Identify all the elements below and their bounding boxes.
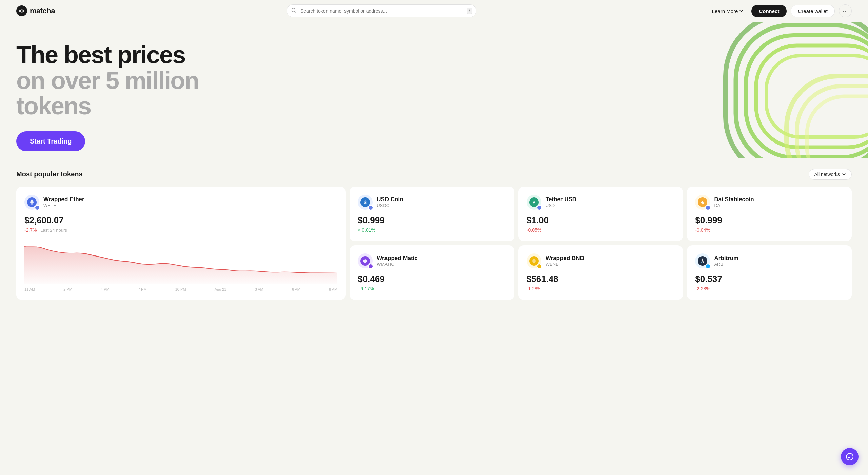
token-name-usdc: USD Coin (377, 196, 403, 203)
section-header: Most popular tokens All networks (16, 169, 852, 180)
network-badge-wbnb (537, 264, 542, 269)
token-info-wmatic: Wrapped Matic WMATIC (377, 255, 418, 267)
token-icon-wmatic (358, 253, 373, 268)
token-icon-wbnb (527, 253, 541, 268)
section-title: Most popular tokens (16, 170, 83, 178)
token-header-weth: Wrapped Ether WETH (24, 195, 337, 210)
svg-point-27 (846, 453, 853, 460)
more-options-button[interactable]: ··· (839, 4, 852, 17)
token-change-wmatic: +6.17% (358, 286, 506, 292)
token-name-wmatic: Wrapped Matic (377, 255, 418, 262)
token-header-wmatic: Wrapped Matic WMATIC (358, 253, 506, 268)
network-badge-wmatic (368, 264, 373, 269)
token-change-weth: -2.7% Last 24 hours (24, 227, 337, 233)
search-input[interactable] (287, 4, 476, 17)
token-header-usdt: ₮ Tether USD USDT (527, 195, 675, 210)
token-icon-dai: ◈ (695, 195, 710, 210)
svg-text:◈: ◈ (701, 200, 705, 205)
chat-fab[interactable] (841, 448, 859, 466)
svg-point-1 (21, 10, 23, 12)
token-icon-arb (695, 253, 710, 268)
network-badge-usdc (368, 205, 373, 210)
token-icon-usdc: $ (358, 195, 373, 210)
token-card-weth[interactable]: Wrapped Ether WETH $2,600.07 -2.7% Last … (16, 187, 346, 300)
token-grid: Wrapped Ether WETH $2,600.07 -2.7% Last … (16, 187, 852, 300)
hero-title-line1: The best prices (16, 42, 254, 68)
token-price-usdc: $0.999 (358, 215, 506, 226)
token-card-arb[interactable]: Arbitrum ARB $0.537 -2.28% (687, 245, 852, 300)
token-symbol-wmatic: WMATIC (377, 262, 418, 267)
logo[interactable]: matcha (16, 5, 55, 16)
start-trading-button[interactable]: Start Trading (16, 131, 85, 151)
token-price-wmatic: $0.469 (358, 274, 506, 284)
token-info-dai: Dai Stablecoin DAI (714, 196, 754, 208)
slash-badge: / (467, 8, 472, 14)
chat-icon (846, 453, 854, 461)
learn-more-button[interactable]: Learn More (708, 5, 748, 17)
token-symbol-weth: WETH (43, 203, 84, 208)
hero-decorative-arcs (658, 22, 868, 158)
token-price-usdt: $1.00 (527, 215, 675, 226)
chart-time-labels: 11 AM 2 PM 4 PM 7 PM 10 PM Aug 21 3 AM 6… (24, 287, 337, 291)
search-icon (291, 8, 296, 14)
svg-text:$: $ (364, 200, 367, 205)
token-symbol-usdc: USDC (377, 203, 403, 208)
create-wallet-button[interactable]: Create wallet (791, 5, 835, 17)
matcha-logo-icon (16, 5, 27, 16)
token-price-arb: $0.537 (695, 274, 844, 284)
ellipsis-icon: ··· (843, 7, 848, 15)
token-change-usdt: -0.05% (527, 227, 675, 233)
connect-button[interactable]: Connect (751, 5, 787, 17)
token-header-dai: ◈ Dai Stablecoin DAI (695, 195, 844, 210)
token-change-usdc: < 0.01% (358, 227, 506, 233)
token-card-usdt[interactable]: ₮ Tether USD USDT $1.00 -0.05% (518, 187, 683, 241)
token-change-wbnb: -1.28% (527, 286, 675, 292)
token-symbol-arb: ARB (714, 262, 738, 267)
navbar-actions: Learn More Connect Create wallet ··· (708, 4, 852, 17)
network-badge-arb (705, 264, 711, 269)
token-name-wbnb: Wrapped BNB (546, 255, 584, 262)
token-info-usdt: Tether USD USDT (546, 196, 576, 208)
token-info-wbnb: Wrapped BNB WBNB (546, 255, 584, 267)
hero-section: The best prices on over 5 million tokens… (0, 22, 868, 158)
token-header-usdc: $ USD Coin USDC (358, 195, 506, 210)
network-badge-dai (705, 205, 711, 210)
token-icon-usdt: ₮ (527, 195, 541, 210)
token-price-dai: $0.999 (695, 215, 844, 226)
search-bar: / (287, 4, 476, 17)
token-card-wmatic[interactable]: Wrapped Matic WMATIC $0.469 +6.17% (350, 245, 514, 300)
token-card-usdc[interactable]: $ USD Coin USDC $0.999 < 0.01% (350, 187, 514, 241)
token-symbol-dai: DAI (714, 203, 754, 208)
logo-text: matcha (30, 6, 55, 15)
navbar: matcha / Learn More Connect Create walle… (0, 0, 868, 22)
hero-text: The best prices on over 5 million tokens… (16, 42, 254, 151)
token-header-wbnb: Wrapped BNB WBNB (527, 253, 675, 268)
token-card-dai[interactable]: ◈ Dai Stablecoin DAI $0.999 -0.04% (687, 187, 852, 241)
token-header-arb: Arbitrum ARB (695, 253, 844, 268)
chevron-down-icon (842, 172, 846, 176)
token-price-weth: $2,600.07 (24, 215, 337, 226)
network-filter-button[interactable]: All networks (809, 169, 852, 180)
token-info-arb: Arbitrum ARB (714, 255, 738, 267)
chevron-down-icon (739, 9, 743, 13)
token-card-wbnb[interactable]: Wrapped BNB WBNB $561.48 -1.28% (518, 245, 683, 300)
token-name-usdt: Tether USD (546, 196, 576, 203)
network-badge-weth (35, 205, 40, 210)
token-name-dai: Dai Stablecoin (714, 196, 754, 203)
token-info-usdc: USD Coin USDC (377, 196, 403, 208)
svg-text:₮: ₮ (533, 200, 536, 205)
token-info-weth: Wrapped Ether WETH (43, 196, 84, 208)
token-change-dai: -0.04% (695, 227, 844, 233)
weth-chart: 11 AM 2 PM 4 PM 7 PM 10 PM Aug 21 3 AM 6… (24, 240, 337, 292)
network-badge-usdt (537, 205, 542, 210)
token-symbol-wbnb: WBNB (546, 262, 584, 267)
token-symbol-usdt: USDT (546, 203, 576, 208)
token-price-wbnb: $561.48 (527, 274, 675, 284)
token-name-arb: Arbitrum (714, 255, 738, 262)
token-icon-weth (24, 195, 39, 210)
token-name-weth: Wrapped Ether (43, 196, 84, 203)
popular-tokens-section: Most popular tokens All networks Wrapped… (0, 158, 868, 316)
hero-title-line2: on over 5 million tokens (16, 68, 254, 119)
token-change-arb: -2.28% (695, 286, 844, 292)
